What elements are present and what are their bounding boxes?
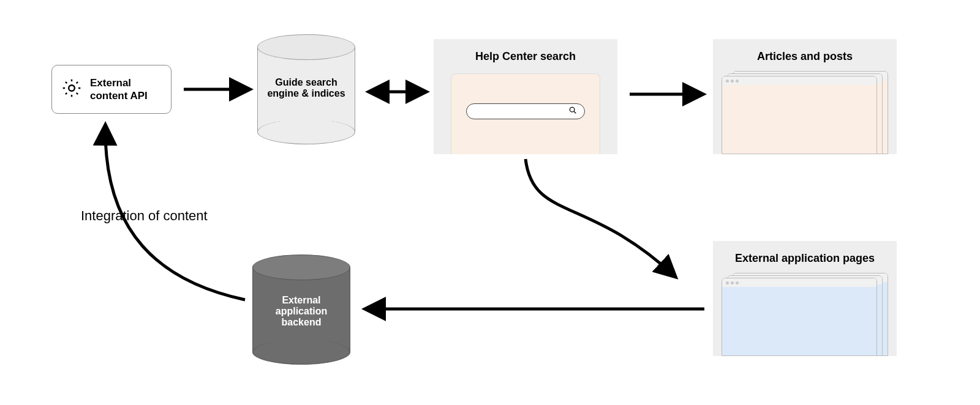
node-external-app-pages: External application pages [713, 241, 897, 356]
panel-title: Articles and posts [713, 39, 897, 63]
node-guide-search-db: Guide search engine & indices [257, 34, 355, 144]
edge-label-integration: Integration of content [81, 207, 208, 226]
browser-window-icon [722, 76, 877, 154]
node-external-app-backend: External application backend [252, 255, 350, 365]
node-label: Guide search engine & indices [257, 77, 355, 99]
browser-window-icon [722, 278, 877, 356]
node-label: External content API [90, 76, 148, 103]
help-center-preview [451, 73, 600, 154]
search-icon [568, 106, 577, 117]
panel-title: External application pages [713, 241, 897, 265]
node-articles-and-posts: Articles and posts [713, 39, 897, 154]
svg-point-0 [69, 85, 75, 91]
gear-icon [61, 77, 83, 102]
node-external-content-api: External content API [51, 65, 172, 114]
architecture-diagram: External content API Guide search engine… [0, 0, 980, 405]
svg-point-1 [570, 107, 575, 112]
node-label: External application backend [252, 295, 350, 328]
arrow-helpcenter-to-extpages [526, 159, 674, 275]
panel-title: Help Center search [434, 39, 617, 63]
node-help-center-search: Help Center search [434, 39, 617, 154]
search-input-mock [466, 103, 585, 119]
